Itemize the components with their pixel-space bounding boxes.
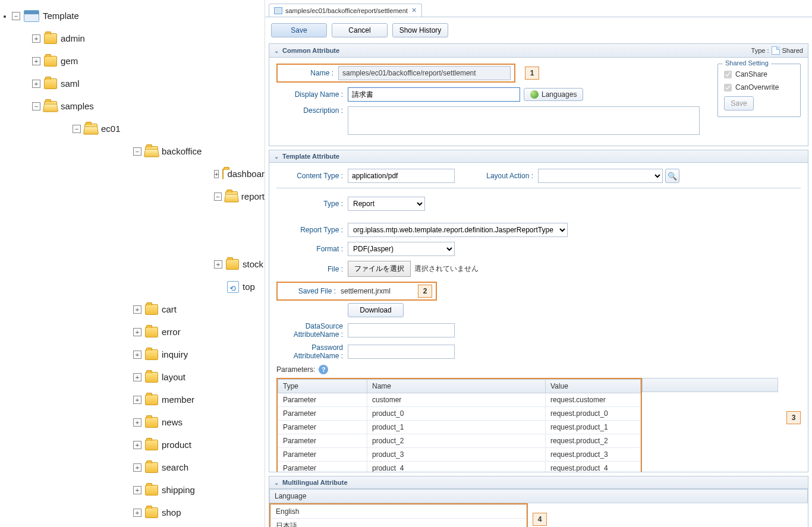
tree-toggle-shipping[interactable]: + [133,486,141,494]
tree-root-label[interactable]: Template [43,10,79,23]
table-row[interactable]: Parameterproduct_0request.product_0 [278,407,641,421]
common-attribute-header[interactable]: ⌄ Common Attribute Type : Shared [269,44,808,58]
tree-toggle-stock[interactable]: + [214,260,222,269]
tree-toggle-cart[interactable]: + [133,305,141,314]
table-row[interactable]: Parameterproduct_1request.product_1 [278,421,641,434]
template-leaf-icon [227,281,239,293]
file-choose-button[interactable]: ファイルを選択 [348,261,411,277]
download-button[interactable]: Download [348,303,404,317]
tree-item-product[interactable]: product [162,438,191,452]
table-row[interactable]: Parameterproduct_3request.product_3 [278,448,641,462]
chevron-down-icon: ⌄ [274,48,279,54]
tree-item-gem[interactable]: gem [61,55,78,68]
tree-toggle-ec01[interactable]: − [73,125,81,133]
folder-icon [44,56,57,67]
folder-icon [145,327,158,337]
callout-2: 2 [418,285,432,298]
languages-button[interactable]: Languages [524,88,583,101]
type-label: Type : [751,47,769,54]
tree-toggle-saml[interactable]: + [32,80,40,88]
table-row[interactable]: English [271,505,527,519]
tree-item-admin[interactable]: admin [61,32,85,45]
tree-item-layout[interactable]: layout [162,371,185,384]
tree-item-inquiry[interactable]: inquiry [162,348,188,361]
format-label: Format : [276,245,348,253]
save-button[interactable]: Save [271,23,327,37]
folder-icon [145,372,158,383]
file-none-text: 選択されていません [414,264,479,274]
type-value: Shared [782,47,803,54]
password-attr-field[interactable] [348,345,455,359]
folder-icon [44,33,57,44]
layout-action-select[interactable] [538,169,663,183]
folder-icon [44,78,57,89]
tree-toggle-layout[interactable]: + [133,373,141,381]
folder-open-icon [145,146,158,157]
folder-open-icon [84,124,97,134]
tree-toggle-report[interactable]: − [214,193,222,201]
chevron-down-icon: ⌄ [274,153,279,160]
tree-item-backoffice[interactable]: backoffice [162,145,202,158]
tree-toggle-search[interactable]: + [133,463,141,472]
layout-action-search-icon[interactable]: 🔍 [665,169,679,183]
tree-toggle-dashboard[interactable]: + [214,170,219,178]
folder-icon [145,304,158,315]
tree-item-error[interactable]: error [162,326,181,339]
tree-toggle-member[interactable]: + [133,396,141,404]
report-type-label: Report Type : [276,226,348,234]
globe-icon [530,90,539,99]
tree-toggle-inquiry[interactable]: + [133,351,141,359]
template-type-select[interactable]: Report [348,197,425,211]
tree-item-ec01[interactable]: ec01 [101,122,121,135]
table-row[interactable]: Parameterproduct_2request.product_2 [278,434,641,448]
tree-item-report[interactable]: report [241,190,265,203]
tree-toggle-news[interactable]: + [133,418,141,427]
tree-toggle-samples[interactable]: − [32,102,40,111]
description-field[interactable] [348,106,700,135]
tree-toggle-shop[interactable]: + [133,509,141,517]
tree-item-saml[interactable]: saml [61,77,80,90]
show-history-button[interactable]: Show History [392,23,448,37]
tree-toggle-backoffice[interactable]: − [133,147,141,156]
tree-item-member[interactable]: member [162,393,194,406]
tree-item-top[interactable]: top [243,280,255,294]
tab-close-icon[interactable]: ✕ [411,7,417,14]
tree-item-dashboard[interactable]: dashboard [227,168,265,181]
content-type-field[interactable] [348,169,455,183]
table-row[interactable]: Parameterproduct_4request.product_4 [278,462,641,472]
tree-item-search[interactable]: search [162,461,188,474]
template-attribute-header[interactable]: ⌄ Template Attribute [269,150,808,163]
tree-item-news[interactable]: news [162,416,182,429]
tree-toggle-error[interactable]: + [133,328,141,336]
tree-toggle-template[interactable]: − [12,12,20,20]
report-type-select[interactable]: org.iplass.mtp.web.template.report.defin… [348,223,568,237]
tree-item-cart[interactable]: cart [162,303,177,316]
table-row[interactable]: Parametercustomerrequest.customer [278,393,641,407]
file-label: File : [276,265,348,273]
datasource-attr-field[interactable] [348,323,455,337]
cancel-button[interactable]: Cancel [332,23,388,37]
parameters-table[interactable]: Type Name Value Parametercustomerrequest… [278,379,641,472]
display-name-field[interactable] [348,87,520,102]
tab-settlement[interactable]: samples/ec01/backoffice/report/settlemen… [269,4,422,17]
tree-toggle-admin[interactable]: + [32,34,40,43]
folder-icon [145,462,158,473]
tree-toggle-product[interactable]: + [133,441,141,449]
folder-icon [145,417,158,428]
callout-4: 4 [533,513,547,526]
tree-sidebar: − Template +admin +gem +saml −samples −e… [0,0,265,527]
table-row[interactable]: 日本語 [271,519,527,528]
format-select[interactable]: PDF(Jasper) [348,242,455,256]
multilingual-header[interactable]: ⌄ Multilingual Attribute [269,476,808,489]
shared-setting-legend: Shared Setting [723,59,771,67]
datasource-attr-label: DataSource AttributeName : [276,322,348,339]
help-icon[interactable]: ? [319,365,328,374]
tree-item-shop[interactable]: shop [162,506,181,519]
languages-table[interactable]: English日本語 [270,504,527,527]
tree-item-stock[interactable]: stock [243,258,263,271]
tree-item-shipping[interactable]: shipping [162,484,195,497]
template-tab-icon [274,7,282,14]
tree-item-samples[interactable]: samples [61,100,94,113]
tree-toggle-gem[interactable]: + [32,57,40,65]
name-field [338,66,511,80]
